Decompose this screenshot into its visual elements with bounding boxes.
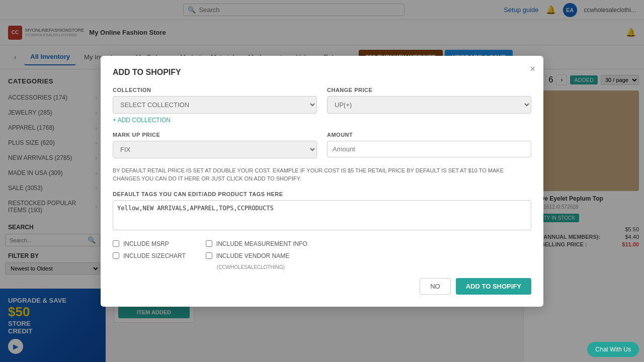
tags-label: DEFAULT TAGS YOU CAN EDIT/ADD PRODUCT TA…	[113, 191, 531, 197]
include-msrp-row: INCLUDE MSRP	[113, 240, 186, 247]
change-price-select[interactable]: UP(+) DOWN(-) FIXED	[327, 96, 531, 114]
add-to-shopify-button[interactable]: ADD TO SHOPIFY	[456, 278, 531, 295]
modal-title: ADD TO SHOPIFY	[113, 68, 531, 77]
checkbox-col-left: INCLUDE MSRP INCLUDE SIZECHART	[113, 240, 186, 270]
markup-select[interactable]: FIX PERCENT	[113, 141, 317, 158]
modal-footer: NO ADD TO SHOPIFY	[113, 278, 531, 295]
modal-close-button[interactable]: ×	[530, 64, 535, 74]
no-button[interactable]: NO	[420, 278, 451, 295]
add-to-shopify-modal: ADD TO SHOPIFY × COLLECTION SELECT COLLE…	[101, 56, 543, 307]
checkbox-col-right: INCLUDE MEASUREMENT INFO INCLUDE VENDOR …	[206, 240, 307, 270]
markup-col: MARK UP PRICE FIX PERCENT	[113, 132, 317, 158]
modal-hint: BY DEFAULT RETAIL PRICE IS SET AT DOUBLE…	[113, 166, 531, 183]
tags-textarea[interactable]: Yellow,NEW ARRIVALS,APPAREL,TOPS,CCPRODU…	[113, 200, 531, 230]
change-price-col: CHANGE PRICE UP(+) DOWN(-) FIXED	[327, 87, 531, 124]
amount-col: AMOUNT	[327, 132, 531, 158]
include-measurement-row: INCLUDE MEASUREMENT INFO	[206, 240, 307, 247]
include-sizechart-label: INCLUDE SIZECHART	[123, 252, 186, 259]
chat-button[interactable]: Chat With Us	[587, 342, 639, 357]
collection-label: COLLECTION	[113, 87, 317, 93]
collection-select[interactable]: SELECT COLLECTION	[113, 96, 317, 114]
amount-label: AMOUNT	[327, 132, 531, 138]
include-sizechart-checkbox[interactable]	[113, 252, 119, 259]
amount-input[interactable]	[327, 141, 531, 157]
include-msrp-checkbox[interactable]	[113, 240, 119, 247]
include-sizechart-row: INCLUDE SIZECHART	[113, 252, 186, 259]
modal-row-2: MARK UP PRICE FIX PERCENT AMOUNT	[113, 132, 531, 158]
include-measurement-checkbox[interactable]	[206, 240, 212, 247]
modal-checkboxes: INCLUDE MSRP INCLUDE SIZECHART INCLUDE M…	[113, 240, 531, 270]
include-vendor-row: INCLUDE VENDOR NAME	[206, 252, 307, 259]
modal-row-1: COLLECTION SELECT COLLECTION + ADD COLLE…	[113, 87, 531, 124]
include-msrp-label: INCLUDE MSRP	[123, 240, 169, 247]
modal-overlay: ADD TO SHOPIFY × COLLECTION SELECT COLLE…	[0, 0, 644, 362]
markup-label: MARK UP PRICE	[113, 132, 317, 138]
change-price-label: CHANGE PRICE	[327, 87, 531, 93]
include-vendor-checkbox[interactable]	[206, 252, 212, 259]
include-vendor-label: INCLUDE VENDOR NAME	[216, 252, 289, 259]
include-measurement-label: INCLUDE MEASUREMENT INFO	[216, 240, 307, 247]
add-collection-link[interactable]: + ADD COLLECTION	[113, 117, 317, 124]
vendor-note: (CCWHOLESALECLOTHING)	[206, 264, 307, 270]
collection-col: COLLECTION SELECT COLLECTION + ADD COLLE…	[113, 87, 317, 124]
